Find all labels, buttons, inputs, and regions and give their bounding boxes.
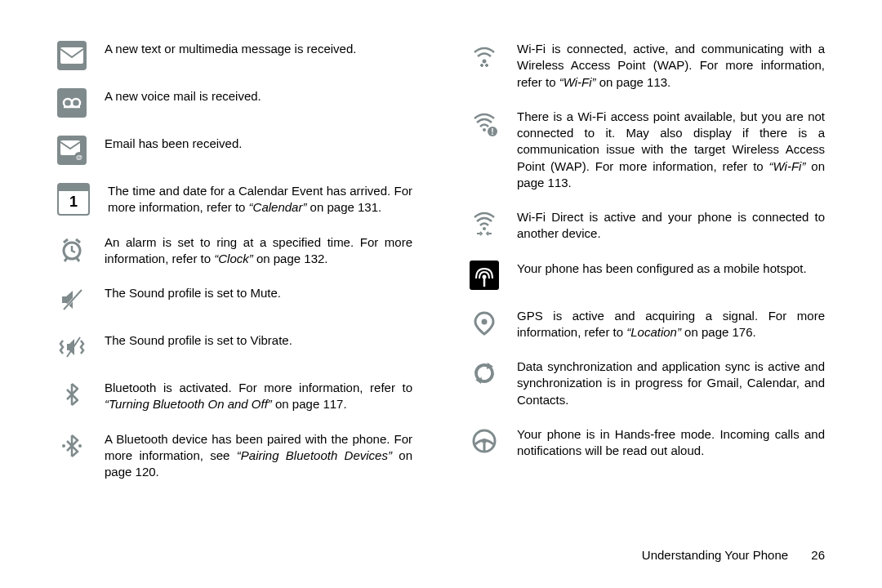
icon-description-row: A Bluetooth device has been paired with … bbox=[57, 431, 412, 481]
icon-description-row: Your phone has been configured as a mobi… bbox=[470, 261, 825, 290]
icon-description-row: A new voice mail is received. bbox=[57, 88, 412, 118]
icon-description-row: GPS is active and acquiring a signal. Fo… bbox=[470, 308, 825, 341]
message-icon bbox=[57, 41, 87, 70]
description-text: GPS is active and acquiring a signal. Fo… bbox=[517, 308, 825, 341]
icon-description-row: A new text or multimedia message is rece… bbox=[57, 41, 412, 70]
page-number: 26 bbox=[811, 548, 825, 562]
voicemail-icon bbox=[57, 88, 87, 118]
description-text: There is a Wi-Fi access point available,… bbox=[517, 109, 825, 191]
alarm-icon bbox=[57, 234, 87, 264]
icon-description-row: Wi-Fi Direct is active and your phone is… bbox=[470, 209, 825, 243]
gps-icon bbox=[470, 308, 499, 337]
wifi-direct-icon bbox=[470, 209, 499, 238]
icon-description-row: Your phone is in Hands-free mode. Incomi… bbox=[470, 426, 825, 460]
hotspot-icon bbox=[470, 261, 499, 290]
description-text: A Bluetooth device has been paired with … bbox=[105, 431, 412, 481]
icon-description-row: Wi-Fi is connected, active, and communic… bbox=[470, 41, 825, 91]
description-text: The time and date for a Calendar Event h… bbox=[108, 183, 412, 216]
bluetooth-paired-icon bbox=[57, 431, 87, 461]
icon-description-row: There is a Wi-Fi access point available,… bbox=[470, 109, 825, 191]
vibrate-icon bbox=[57, 332, 87, 362]
wifi-available-icon bbox=[470, 109, 499, 138]
description-text: Bluetooth is activated. For more informa… bbox=[105, 380, 412, 413]
icon-description-row: Data synchronization and application syn… bbox=[470, 359, 825, 408]
description-text: Your phone has been configured as a mobi… bbox=[517, 261, 825, 277]
description-text: Email has been received. bbox=[105, 136, 412, 152]
right-column: Wi-Fi is connected, active, and communic… bbox=[470, 41, 825, 480]
description-text: Wi-Fi Direct is active and your phone is… bbox=[517, 209, 825, 243]
description-text: Data synchronization and application syn… bbox=[517, 359, 825, 408]
page: A new text or multimedia message is rece… bbox=[0, 0, 882, 505]
wifi-active-icon bbox=[470, 41, 499, 70]
icon-description-row: The Sound profile is set to Mute. bbox=[57, 285, 412, 314]
email-icon bbox=[57, 136, 87, 165]
description-text: The Sound profile is set to Mute. bbox=[105, 285, 412, 301]
bluetooth-icon bbox=[57, 380, 87, 409]
icon-description-row: The Sound profile is set to Vibrate. bbox=[57, 332, 412, 362]
icon-description-row: Bluetooth is activated. For more informa… bbox=[57, 380, 412, 413]
description-text: A new text or multimedia message is rece… bbox=[105, 41, 412, 57]
handsfree-icon bbox=[470, 426, 499, 456]
chapter-title: Understanding Your Phone bbox=[642, 548, 788, 562]
description-text: A new voice mail is received. bbox=[105, 88, 412, 105]
description-text: The Sound profile is set to Vibrate. bbox=[105, 332, 412, 349]
icon-description-row: 1The time and date for a Calendar Event … bbox=[57, 183, 412, 216]
sync-icon bbox=[470, 359, 499, 388]
calendar-icon: 1 bbox=[57, 183, 90, 216]
description-text: Your phone is in Hands-free mode. Incomi… bbox=[517, 426, 825, 460]
icon-description-row: An alarm is set to ring at a specified t… bbox=[57, 234, 412, 268]
description-text: An alarm is set to ring at a specified t… bbox=[105, 234, 412, 268]
mute-icon bbox=[57, 285, 87, 314]
page-footer: Understanding Your Phone 26 bbox=[642, 547, 825, 564]
icon-description-row: Email has been received. bbox=[57, 136, 412, 165]
left-column: A new text or multimedia message is rece… bbox=[57, 41, 412, 480]
description-text: Wi-Fi is connected, active, and communic… bbox=[517, 41, 825, 91]
